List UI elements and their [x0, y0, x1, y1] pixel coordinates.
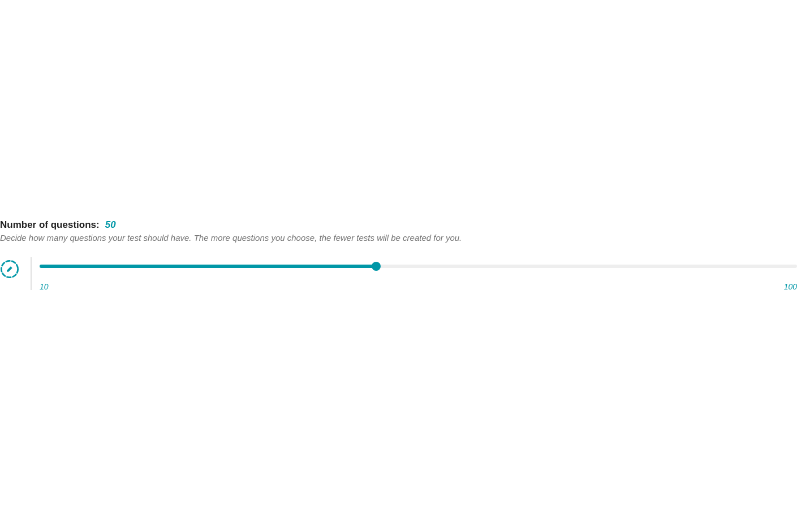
question-count-label: Number of questions: [0, 219, 100, 231]
slider-track [40, 265, 797, 268]
slider-fill [40, 265, 376, 268]
slider-thumb[interactable] [372, 262, 381, 271]
vertical-divider [31, 257, 32, 290]
question-count-slider[interactable] [40, 261, 797, 272]
question-count-value: 50 [105, 219, 116, 231]
description-text: Decide how many questions your test shou… [0, 233, 797, 243]
slider-min-label: 10 [40, 282, 49, 291]
edit-circle-icon [0, 259, 19, 281]
heading-row: Number of questions: 50 [0, 219, 797, 231]
slider-labels-row: 10 100 [40, 282, 797, 291]
slider-section: 10 100 [0, 261, 797, 293]
slider-column: 10 100 [40, 261, 797, 291]
slider-max-label: 100 [784, 282, 797, 291]
